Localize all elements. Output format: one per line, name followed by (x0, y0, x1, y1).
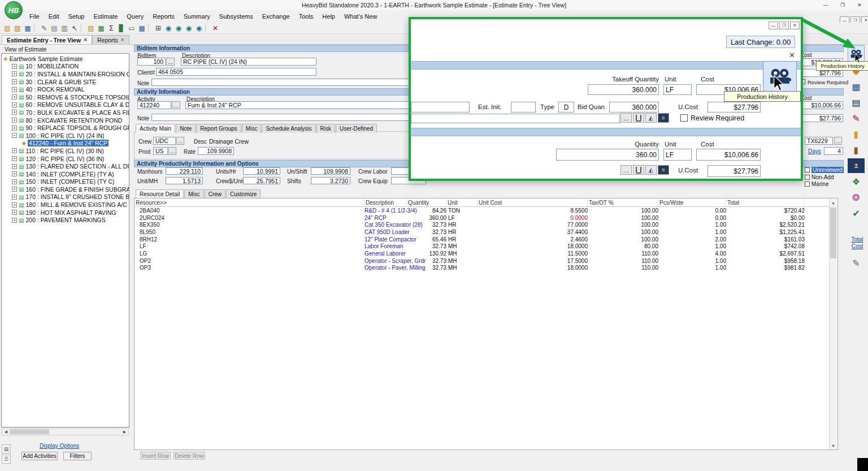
toolbar-separator[interactable] (148, 24, 152, 32)
tree-root-item[interactable]: ◈ Earthwork Sample Estimate (2, 55, 129, 63)
biditem-description-field[interactable]: RC PIPE (CL IV) (24 IN) (181, 58, 316, 66)
folders-icon[interactable]: ▨ (86, 23, 96, 33)
red-marker-icon[interactable]: ✎ (848, 111, 865, 126)
menu-item[interactable]: Edit (44, 11, 64, 21)
tree-expander-icon[interactable]: + (12, 187, 17, 192)
menu-item[interactable]: Query (122, 11, 148, 21)
open-estimate-icon[interactable]: ▨ (2, 23, 12, 33)
scroll-right-icon[interactable]: ▶ (121, 429, 128, 435)
nav-first-icon[interactable]: ◉ (163, 23, 173, 33)
resource-row[interactable]: 2URC024 24" RCP 360.00 LF 0.0000 100.00 … (134, 214, 837, 222)
resource-row[interactable]: OP3 Operator - Paver, Milling 32.73 MH 1… (134, 265, 837, 272)
escalation-icon[interactable]: ◭ (645, 113, 657, 123)
activity-tab[interactable]: User-Defined (336, 124, 377, 133)
tree-item[interactable]: + ▤ ◆ 110 : RC PIPE (CL IV) (30 IN) (2, 147, 129, 155)
more-button[interactable]: … (620, 113, 632, 123)
save-icon[interactable]: ▦ (23, 23, 33, 33)
activity-tab[interactable]: Report Groups (196, 124, 241, 133)
takeoff-unit-field[interactable]: LF (663, 84, 692, 95)
crew-unit-field[interactable]: 25.7951 (243, 177, 280, 184)
escalation-icon[interactable]: ◭ (645, 165, 657, 175)
biditem-number-field[interactable]: 100 (137, 58, 166, 66)
tree-expander-icon[interactable]: + (12, 218, 17, 223)
nav-prev-icon[interactable]: ◉ (173, 23, 184, 33)
activity-tab[interactable]: Risk (316, 124, 335, 133)
display-options-link[interactable]: Display Options (40, 443, 79, 449)
total-cost-link[interactable]: Total Cost (848, 236, 867, 250)
menu-item[interactable]: Reports (148, 11, 179, 21)
bid-quan-field[interactable]: 360.000 (609, 102, 659, 113)
close-icon[interactable]: ✕ (789, 51, 795, 59)
tree-item[interactable]: + ▤ ◆ 80 : EXCAVATE RETENTION POND (2, 116, 129, 124)
edit-icon[interactable]: ✎ (39, 23, 49, 33)
unreviewed-checkbox[interactable] (805, 167, 810, 172)
marine-checkbox[interactable] (805, 182, 810, 187)
chart-icon[interactable]: ▊ (116, 23, 127, 33)
insert-row-button[interactable]: Insert Row (140, 452, 171, 460)
activity-ucost-field[interactable]: $27.796 (708, 165, 761, 177)
nav-next-icon[interactable]: ◉ (184, 23, 194, 33)
tree-expander-icon[interactable]: + (12, 118, 17, 123)
tree-item[interactable]: + ▤ ◆ 50 : REMOVE & STOCKPILE TOPSOIL (2, 93, 129, 101)
un-shift-field[interactable]: 109.9908 (311, 167, 350, 175)
copy-icon[interactable]: ▤ (49, 23, 59, 33)
close-button[interactable]: ✕ (851, 0, 868, 10)
activity-tab[interactable]: Note (176, 124, 196, 133)
maximize-button[interactable]: ❐ (834, 0, 851, 10)
delete-row-button[interactable]: Delete Row (173, 452, 205, 460)
resource-row[interactable]: 8RH12 12" Plate Compactor 65.46 HR 2.460… (134, 236, 837, 243)
tree-expander-icon[interactable]: + (12, 87, 17, 92)
tree-item[interactable]: + ▤ ◆ 130 : FLARED END SECTION - ALL DIA (2, 162, 129, 170)
biditem-ucost-field[interactable]: $27.796 (708, 102, 761, 113)
resource-row[interactable]: OP2 Operator - Scraper, Grdr 32.73 MH 17… (134, 257, 837, 265)
attachment-icon[interactable] (633, 113, 644, 123)
unit-mh-field[interactable]: 1.5713 (166, 177, 203, 184)
menu-item[interactable]: Summary (179, 11, 215, 21)
resource-tab[interactable]: Misc (184, 189, 204, 198)
activity-tab[interactable]: Schedule Analysis (262, 124, 315, 133)
edit-pencil-icon[interactable]: ✎ (848, 256, 865, 270)
calculator-icon[interactable]: ⊞ (153, 23, 163, 33)
tree-item[interactable]: + ▤ ◆ 412240 - Furn & Inst 24" RCP (2, 140, 129, 148)
biditem-lookup-button[interactable]: … (166, 58, 175, 66)
review-check-icon[interactable]: ✔ (848, 206, 865, 221)
days-link[interactable]: Days (808, 148, 821, 154)
tab-reports[interactable]: Reports × (92, 35, 129, 44)
estimate-notes-icon[interactable]: ▤ (848, 95, 865, 110)
days-field[interactable]: 4 (824, 147, 843, 155)
tree-expander-icon[interactable]: − (12, 133, 17, 138)
resources-icon[interactable]: ❖ (848, 174, 865, 189)
nav-last-icon[interactable]: ◉ (194, 23, 204, 33)
tree-item[interactable]: + ▤ ◆ 60 : REMOVE UNSUITABLE CLAY & DI (2, 101, 129, 109)
col-pcs-wste[interactable]: Pcs/Wste (658, 198, 726, 206)
filters-button[interactable]: Filters (63, 452, 92, 460)
notes-tool-icon[interactable]: ▤ (2, 444, 11, 453)
units-hr-field[interactable]: 10.9991 (243, 167, 280, 175)
activity-number-field[interactable]: 412240 (137, 101, 171, 109)
paste-icon[interactable]: ▥ (59, 23, 70, 33)
note-field-tail[interactable] (411, 114, 620, 123)
attachment-icon[interactable] (633, 165, 644, 175)
col-unit-cost[interactable]: Unit Cost (478, 198, 588, 206)
mdi-minimize-button[interactable]: — (769, 21, 778, 29)
tree-item[interactable]: + ▤ ◆ 40 : ROCK REMOVAL (2, 85, 129, 93)
non-add-checkbox[interactable] (805, 175, 810, 180)
tree-expander-icon[interactable]: + (12, 94, 17, 100)
tree-expander-icon[interactable]: + (12, 171, 17, 176)
resource-row[interactable]: LG General Laborer 130.92 MH 11.5000 110… (134, 250, 837, 257)
resource-row[interactable]: 8L950 CAT 950D Loader 32.73 HR 37.4400 1… (134, 228, 837, 236)
rate-field[interactable]: 109.9908 (198, 147, 234, 155)
tree-item[interactable]: + ▤ ◆ 20 : INSTALL & MAINTAIN EROSION C (2, 70, 129, 78)
tree-item[interactable]: + ▤ ◆ 140 : INLET (COMPLETE) (TY A) (2, 170, 129, 178)
mdi-restore-button[interactable]: ❐ (779, 21, 789, 29)
tree-item[interactable]: + ▤ ◆ 160 : FINE GRADE & FINISH SUBGRAD (2, 185, 129, 193)
menu-item[interactable]: Tools (294, 11, 318, 21)
tree-item[interactable]: + ▤ ◆ 150 : INLET (COMPLETE) (TY C) (2, 178, 129, 186)
menu-item[interactable]: Estimate (89, 11, 122, 21)
tax-area-field[interactable]: TX6229 (805, 137, 833, 145)
equipment-icon[interactable]: ▮ (848, 127, 865, 141)
tree-expander-icon[interactable]: + (12, 102, 17, 107)
col-total[interactable]: Total (726, 198, 805, 206)
paint-icon[interactable]: ❂ (848, 190, 865, 205)
col-description[interactable]: Description (364, 198, 407, 206)
